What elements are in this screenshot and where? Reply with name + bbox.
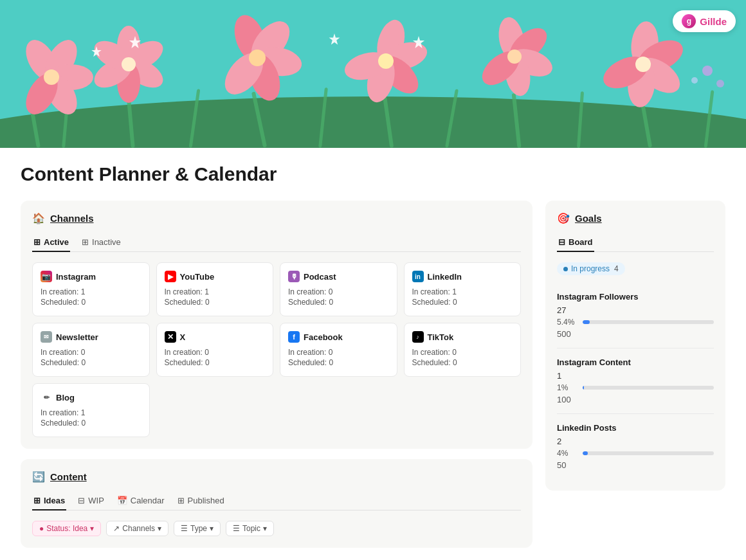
- channel-tiktok[interactable]: ♪ TikTok In creation: 0 Scheduled: 0: [404, 323, 522, 377]
- channel-linkedin[interactable]: in LinkedIn In creation: 1 Scheduled: 0: [404, 262, 522, 316]
- goal-0-pct: 5.4%: [557, 318, 578, 327]
- channel-podcast[interactable]: 🎙 Podcast In creation: 0 Scheduled: 0: [280, 262, 397, 316]
- grid-icon-inactive: ⊞: [82, 237, 89, 247]
- podcast-in-creation: In creation: 0: [288, 287, 389, 296]
- channel-blog-name: ✏ Blog: [41, 392, 141, 403]
- goal-1-current: 1: [557, 371, 561, 381]
- goal-2-current: 2: [557, 437, 561, 446]
- goal-0-target: 500: [557, 329, 714, 339]
- logo-text: Gillde: [700, 16, 727, 27]
- tab-inactive[interactable]: ⊞ Inactive: [80, 233, 122, 252]
- topic-filter-icon: ☰: [233, 524, 240, 533]
- goals-header: 🎯 Goals: [557, 212, 714, 224]
- blog-in-creation: In creation: 1: [41, 408, 141, 417]
- goal-0-progress-row: 5.4%: [557, 318, 714, 327]
- blog-scheduled: Scheduled: 0: [41, 419, 141, 428]
- svg-point-44: [507, 50, 522, 64]
- goal-2-target: 50: [557, 460, 714, 470]
- svg-point-56: [716, 80, 724, 87]
- tab-ideas[interactable]: ⊞ Ideas: [32, 492, 66, 510]
- filter-type[interactable]: ☰ Type ▾: [174, 521, 221, 536]
- channels-filter-icon: ↗: [113, 524, 120, 533]
- instagram-icon: 📷: [41, 271, 52, 282]
- channels-title: Channels: [50, 213, 94, 224]
- type-filter-icon: ☰: [181, 524, 188, 533]
- tab-calendar[interactable]: 📅 Calendar: [116, 492, 166, 510]
- filter-status[interactable]: ● Status: Idea ▾: [32, 521, 101, 536]
- linkedin-icon: in: [412, 271, 424, 282]
- blog-icon: ✏: [41, 392, 52, 403]
- channel-instagram-name: 📷 Instagram: [41, 271, 141, 282]
- tab-board[interactable]: ⊟ Board: [557, 233, 594, 252]
- logo-icon: g: [682, 14, 696, 28]
- in-progress-dot: [563, 267, 568, 271]
- banner: g Gillde: [0, 0, 746, 148]
- svg-point-32: [249, 50, 266, 66]
- goal-2-fill: [583, 451, 588, 455]
- tab-active[interactable]: ⊞ Active: [32, 233, 70, 252]
- svg-point-57: [691, 77, 698, 84]
- filter-channels[interactable]: ↗ Channels ▾: [106, 521, 168, 536]
- goal-1-target: 100: [557, 395, 714, 404]
- channel-youtube[interactable]: ▶ YouTube In creation: 1 Scheduled: 0: [156, 262, 274, 316]
- channel-facebook-name: f Facebook: [288, 331, 389, 343]
- channels-grid: 📷 Instagram In creation: 1 Scheduled: 0 …: [32, 262, 521, 437]
- chevron-down-icon: ▾: [90, 524, 94, 533]
- channel-newsletter[interactable]: ✉ Newsletter In creation: 0 Scheduled: 0: [32, 323, 150, 377]
- right-column: 🎯 Goals ⊟ Board In progress 4: [545, 201, 725, 491]
- published-icon: ⊞: [177, 496, 185, 505]
- tab-wip[interactable]: ⊟ WIP: [77, 492, 105, 510]
- youtube-icon: ▶: [165, 271, 176, 282]
- channel-instagram[interactable]: 📷 Instagram In creation: 1 Scheduled: 0: [32, 262, 150, 316]
- board-icon: ⊟: [558, 237, 565, 247]
- goal-1-progress-row: 1%: [557, 383, 714, 392]
- tiktok-in-creation: In creation: 0: [412, 348, 513, 357]
- channel-podcast-name: 🎙 Podcast: [288, 271, 389, 282]
- left-column: 🏠 Channels ⊞ Active ⊞ Inactive: [21, 201, 532, 548]
- goal-2-progress-row: 4%: [557, 449, 714, 458]
- goal-1-progress-bar: [583, 386, 714, 390]
- goals-tabs: ⊟ Board: [557, 233, 714, 252]
- channel-newsletter-name: ✉ Newsletter: [41, 331, 141, 343]
- tiktok-icon: ♪: [412, 331, 424, 343]
- channels-chevron-icon: ▾: [158, 524, 161, 533]
- podcast-icon: 🎙: [288, 271, 300, 282]
- goal-2-progress-bar: [583, 451, 714, 455]
- newsletter-in-creation: In creation: 0: [41, 348, 141, 357]
- in-progress-badge: In progress 4: [557, 262, 625, 275]
- linkedin-scheduled: Scheduled: 0: [412, 298, 513, 307]
- instagram-in-creation: In creation: 1: [41, 287, 141, 296]
- content-tabs: ⊞ Ideas ⊟ WIP 📅 Calendar ⊞ Published: [32, 492, 521, 510]
- tab-published[interactable]: ⊞ Published: [176, 492, 226, 510]
- content-icon: 🔄: [32, 471, 45, 483]
- svg-point-26: [122, 57, 136, 71]
- channel-x[interactable]: ✕ X In creation: 0 Scheduled: 0: [156, 323, 274, 377]
- channels-header: 🏠 Channels: [32, 212, 521, 224]
- calendar-icon: 📅: [117, 496, 127, 505]
- goals-section: 🎯 Goals ⊟ Board In progress 4: [545, 201, 725, 491]
- goal-0-fill: [583, 320, 590, 324]
- facebook-scheduled: Scheduled: 0: [288, 358, 389, 367]
- filter-topic[interactable]: ☰ Topic ▾: [226, 521, 274, 536]
- svg-point-50: [635, 57, 651, 72]
- facebook-icon: f: [288, 331, 300, 343]
- goals-title: Goals: [575, 213, 602, 224]
- channels-section: 🏠 Channels ⊞ Active ⊞ Inactive: [21, 201, 532, 449]
- x-scheduled: Scheduled: 0: [165, 358, 266, 367]
- channel-youtube-name: ▶ YouTube: [165, 271, 266, 282]
- page-content: Content Planner & Calendar 🏠 Channels ⊞ …: [0, 148, 746, 560]
- facebook-in-creation: In creation: 0: [288, 348, 389, 357]
- tiktok-scheduled: Scheduled: 0: [412, 358, 513, 367]
- goal-linkedin-posts[interactable]: Linkedin Posts 2 4% 50: [557, 414, 714, 479]
- podcast-scheduled: Scheduled: 0: [288, 298, 389, 307]
- goal-1-pct: 1%: [557, 383, 578, 392]
- svg-point-38: [378, 53, 394, 69]
- goals-list: Instagram Followers 27 5.4% 500: [557, 283, 714, 479]
- channel-blog[interactable]: ✏ Blog In creation: 1 Scheduled: 0: [32, 383, 150, 437]
- goal-instagram-content[interactable]: Instagram Content 1 1% 100: [557, 348, 714, 414]
- wip-icon: ⊟: [78, 496, 85, 505]
- channel-facebook[interactable]: f Facebook In creation: 0 Scheduled: 0: [280, 323, 397, 377]
- topic-chevron-icon: ▾: [263, 524, 267, 533]
- goal-instagram-followers[interactable]: Instagram Followers 27 5.4% 500: [557, 283, 714, 348]
- newsletter-icon: ✉: [41, 331, 52, 343]
